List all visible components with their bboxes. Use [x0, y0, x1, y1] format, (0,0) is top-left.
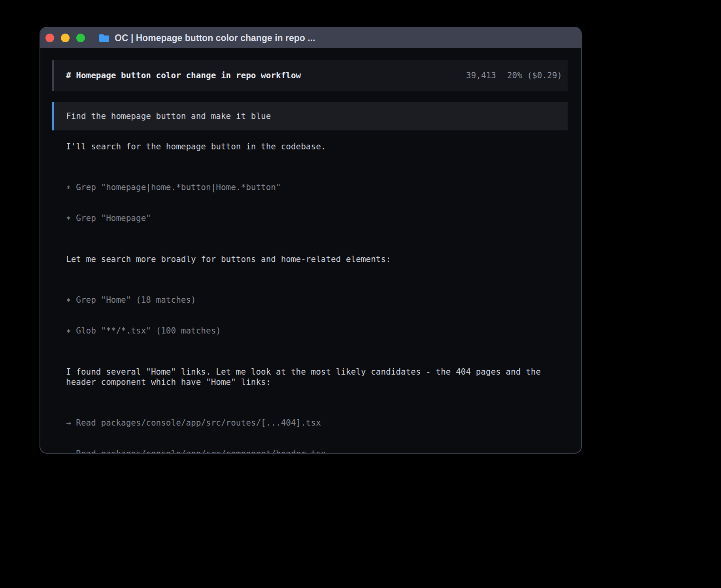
token-count: 39,413	[466, 70, 496, 81]
assistant-text: I found several "Home" links. Let me loo…	[66, 367, 568, 387]
terminal-window: OC | Homepage button color change in rep…	[40, 27, 582, 454]
assistant-text: I'll search for the homepage button in t…	[66, 141, 568, 152]
folder-icon	[99, 34, 109, 42]
terminal-content: # Homepage button color change in repo w…	[40, 48, 581, 454]
assistant-text: Let me search more broadly for buttons a…	[66, 254, 568, 264]
tool-call-group: ∗ Grep "homepage|home.*button|Home.*butt…	[66, 162, 568, 244]
context-usage: 20% ($0.29)	[507, 70, 562, 81]
session-header: # Homepage button color change in repo w…	[52, 60, 568, 91]
tool-call-group: ∗ Grep "Home" (18 matches) ∗ Glob "**/*.…	[66, 274, 568, 356]
session-stats: 39,413 20% ($0.29)	[466, 70, 562, 81]
tool-call-grep: ∗ Grep "homepage|home.*button|Home.*butt…	[66, 182, 568, 192]
tool-call-read: → Read packages/console/app/src/routes/[…	[66, 418, 568, 428]
tool-call-glob: ∗ Glob "**/*.tsx" (100 matches)	[66, 326, 568, 336]
close-button[interactable]	[45, 34, 54, 42]
tool-call-grep: ∗ Grep "Home" (18 matches)	[66, 295, 568, 305]
user-message-text: Find the homepage button and make it blu…	[66, 111, 271, 121]
minimize-button[interactable]	[61, 34, 70, 42]
window-titlebar[interactable]: OC | Homepage button color change in rep…	[40, 28, 581, 48]
tool-call-grep: ∗ Grep "Homepage"	[66, 213, 568, 223]
tool-call-group: → Read packages/console/app/src/routes/[…	[66, 397, 568, 454]
window-title: OC | Homepage button color change in rep…	[115, 33, 315, 43]
user-message: Find the homepage button and make it blu…	[52, 102, 568, 130]
tool-call-read: → Read packages/console/app/src/componen…	[66, 449, 568, 454]
zoom-button[interactable]	[76, 34, 85, 42]
session-title: # Homepage button color change in repo w…	[66, 70, 301, 81]
